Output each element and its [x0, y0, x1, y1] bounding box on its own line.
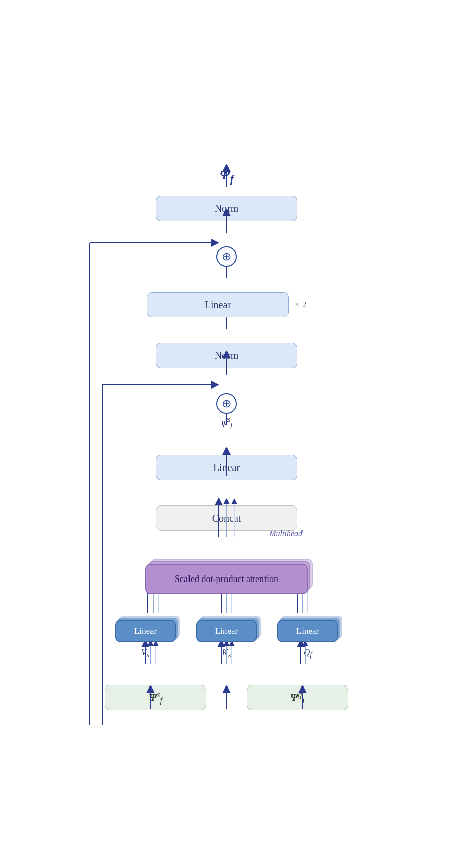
multihead-label: Multihead: [269, 529, 303, 538]
attention-stacked: Scaled dot-product attention: [145, 564, 308, 594]
linear-x2-box: Linear: [147, 292, 289, 317]
linear-x2-label: Linear: [205, 299, 231, 311]
linear-q-label: Linear: [296, 626, 319, 636]
times2-label: × 2: [295, 300, 306, 310]
linear-v-stacked: Linear: [115, 620, 176, 642]
linear-q-box: Linear: [277, 620, 338, 642]
attention-box: Scaled dot-product attention: [145, 564, 308, 594]
diagram: Ψf Norm ⊕ Linear × 2 Norm ⊕ ψ̂sf Linear …: [74, 158, 379, 710]
linear-k-stacked: Linear: [196, 620, 257, 642]
linear-x2-row: Linear × 2: [147, 292, 306, 317]
attention-label: Scaled dot-product attention: [175, 574, 278, 585]
linear-k-box: Linear: [196, 620, 257, 642]
linear-v-box: Linear: [115, 620, 176, 642]
linear-q-stacked: Linear: [277, 620, 338, 642]
linear-v-label: Linear: [134, 626, 157, 636]
linear-k-label: Linear: [215, 626, 238, 636]
